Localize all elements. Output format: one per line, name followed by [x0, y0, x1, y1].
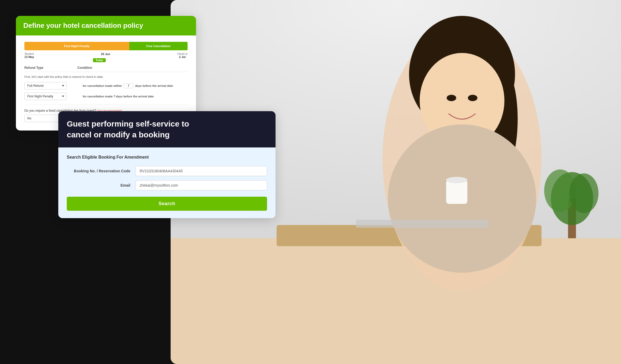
timeline-label-booked: Booked 13 May — [24, 52, 34, 59]
cancellation-panel-title: Define your hotel cancellation policy — [23, 21, 189, 30]
email-input[interactable] — [136, 180, 267, 190]
policy-col-refund-type-header: Refund Type — [24, 66, 77, 70]
svg-rect-1 — [171, 238, 621, 364]
booking-code-label: Booking No. / Reservation Code — [67, 169, 136, 173]
policy-table-header: Refund Type Condition — [24, 66, 188, 72]
svg-point-7 — [447, 95, 456, 101]
policy-refund-select-2[interactable]: First Night Penalty Full Refund No Refun… — [24, 93, 67, 100]
search-button[interactable]: Search — [67, 197, 267, 211]
booking-code-row: Booking No. / Reservation Code — [67, 166, 267, 176]
svg-rect-12 — [356, 220, 489, 228]
timeline-section: First Night Penalty Free Cancellation Bo… — [24, 42, 188, 59]
email-row: Email — [67, 180, 267, 190]
policy-row-2: First Night Penalty Full Refund No Refun… — [24, 93, 188, 100]
booking-code-input[interactable] — [136, 166, 267, 176]
policy-condition-1: for cancellation made within days before… — [77, 83, 188, 88]
timeline-bar: First Night Penalty Free Cancellation — [24, 42, 188, 50]
policy-row-1: Full Refund First Night Penalty No Refun… — [24, 82, 188, 89]
policy-condition-2: for cancellation made 7 days before the … — [77, 95, 188, 98]
timeline-bar-free-cancellation: Free Cancellation — [129, 42, 188, 50]
selfservice-panel-body: Search Eligible Booking For Amendment Bo… — [58, 147, 276, 218]
svg-rect-10 — [446, 180, 467, 204]
email-label: Email — [67, 183, 136, 187]
selfservice-panel-title: Guest performing self-service to cancel … — [67, 119, 267, 140]
svg-point-11 — [446, 177, 467, 183]
svg-point-8 — [468, 95, 477, 101]
policy-refund-select-1[interactable]: Full Refund First Night Penalty No Refun… — [24, 82, 67, 89]
selfservice-panel-header: Guest performing self-service to cancel … — [58, 111, 276, 147]
policy-select-wrapper-1[interactable]: Full Refund First Night Penalty No Refun… — [24, 82, 77, 89]
policy-col-condition-header: Condition — [77, 66, 188, 70]
policy-select-wrapper-2[interactable]: First Night Penalty Full Refund No Refun… — [24, 93, 77, 100]
days-input-1[interactable] — [124, 83, 133, 88]
selfservice-panel: Guest performing self-service to cancel … — [58, 111, 276, 218]
search-form-title: Search Eligible Booking For Amendment — [67, 155, 267, 160]
cancellation-panel-header: Define your hotel cancellation policy — [16, 16, 196, 35]
timeline-bar-first-night: First Night Penalty — [24, 42, 129, 50]
svg-point-16 — [569, 173, 598, 213]
today-badge: Today — [93, 58, 106, 62]
timeline-labels: Booked 13 May 25 Jun Check In 2 Jul Toda… — [24, 52, 188, 59]
timeline-label-checkin: Check In 2 Jul — [177, 52, 188, 59]
policy-subtitle: First, let's start with the policy that … — [24, 75, 188, 78]
timeline-label-middle: 25 Jun — [101, 52, 110, 59]
